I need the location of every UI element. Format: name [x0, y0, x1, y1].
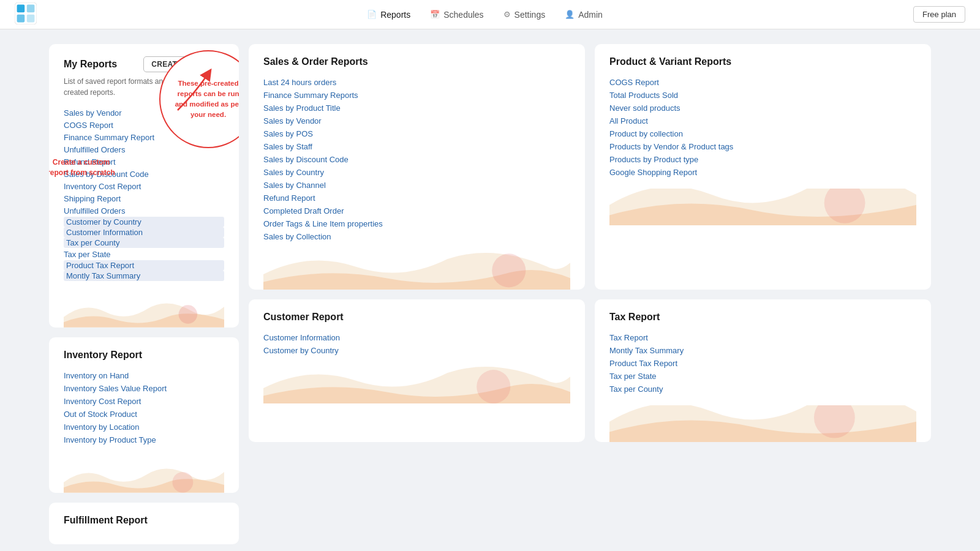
svg-point-6	[172, 472, 193, 493]
navbar: 📄 Reports 📅 Schedules ⚙ Settings 👤 Admin…	[0, 0, 980, 29]
sales-order-item[interactable]: Last 24 hours orders	[263, 76, 570, 89]
sales-order-item[interactable]: Sales by Collection	[263, 230, 570, 243]
sales-order-item[interactable]: Sales by Product Title	[263, 102, 570, 114]
arrow-annotation	[172, 67, 214, 118]
tax-links: Tax ReportMontly Tax SummaryProduct Tax …	[609, 331, 916, 395]
tax-report-title: Tax Report	[609, 312, 916, 323]
product-variant-item[interactable]: Total Products Sold	[609, 89, 916, 102]
svg-rect-2	[27, 5, 35, 13]
my-report-item[interactable]: Inventory Cost Report	[64, 180, 224, 192]
inventory-report-card: Inventory Report Inventory on HandInvent…	[49, 337, 239, 493]
sales-order-item[interactable]: Sales by Channel	[263, 179, 570, 192]
product-variant-item[interactable]: All Product	[609, 114, 916, 127]
my-report-item[interactable]: Unfulfilled Orders	[64, 204, 224, 217]
inventory-report-item[interactable]: Inventory Cost Report	[64, 395, 224, 408]
tax-report-card: Tax Report Tax ReportMontly Tax SummaryP…	[595, 299, 931, 442]
free-plan-button[interactable]: Free plan	[913, 6, 965, 23]
tax-report-item[interactable]: Tax per State	[609, 370, 916, 383]
product-variant-title: Product & Variant Reports	[609, 56, 916, 67]
bottom-right-row: Customer Report Customer InformationCust…	[249, 299, 931, 442]
inventory-links: Inventory on HandInventory Sales Value R…	[64, 369, 224, 446]
product-variant-links: COGS ReportTotal Products SoldNever sold…	[609, 76, 916, 179]
product-variant-item[interactable]: COGS Report	[609, 76, 916, 89]
sales-order-title: Sales & Order Reports	[263, 56, 570, 67]
tax-report-item[interactable]: Tax Report	[609, 331, 916, 344]
inventory-report-item[interactable]: Inventory on Hand	[64, 369, 224, 382]
my-report-item[interactable]: Customer Information	[64, 227, 224, 238]
my-report-item[interactable]: Customer by Country	[64, 217, 224, 227]
main-content: My Reports CREATE REPORT List of saved r…	[0, 29, 980, 551]
settings-icon: ⚙	[503, 10, 511, 19]
inventory-report-item[interactable]: Out of Stock Product	[64, 408, 224, 421]
nav-reports[interactable]: 📄 Reports	[367, 10, 410, 20]
sales-order-item[interactable]: Sales by Discount Code	[263, 153, 570, 166]
customer-report-card: Customer Report Customer InformationCust…	[249, 299, 585, 442]
tax-report-item[interactable]: Montly Tax Summary	[609, 344, 916, 357]
sales-order-item[interactable]: Refund Report	[263, 192, 570, 204]
sales-order-item[interactable]: Sales by POS	[263, 127, 570, 140]
sales-order-item[interactable]: Completed Draft Order	[263, 204, 570, 217]
tax-wave	[609, 405, 916, 442]
sales-order-wave	[263, 253, 570, 290]
sales-order-reports-card: Sales & Order Reports Last 24 hours orde…	[249, 44, 585, 290]
product-variant-item[interactable]: Products by Product type	[609, 153, 916, 166]
fulfillment-report-card: Fulfillment Report	[49, 503, 239, 544]
nav-settings[interactable]: ⚙ Settings	[503, 10, 546, 20]
my-reports-wave	[64, 291, 224, 328]
sales-order-item[interactable]: Finance Summary Reports	[263, 89, 570, 102]
inventory-report-title: Inventory Report	[64, 350, 224, 361]
customer-report-title: Customer Report	[263, 312, 570, 323]
my-report-item[interactable]: Product Tax Report	[64, 260, 224, 271]
svg-rect-3	[17, 15, 25, 23]
logo	[15, 2, 56, 26]
product-variant-wave	[609, 189, 916, 225]
sales-order-item[interactable]: Order Tags & Line Item properties	[263, 217, 570, 230]
inventory-report-item[interactable]: Inventory Sales Value Report	[64, 382, 224, 395]
customer-links: Customer InformationCustomer by Country	[263, 331, 570, 357]
nav-admin[interactable]: 👤 Admin	[565, 10, 603, 20]
svg-point-5	[179, 305, 197, 324]
customer-report-item[interactable]: Customer Information	[263, 331, 570, 344]
inventory-wave	[64, 456, 224, 493]
tax-report-item[interactable]: Tax per County	[609, 383, 916, 395]
product-variant-item[interactable]: Products by Vendor & Product tags	[609, 140, 916, 153]
inventory-report-item[interactable]: Inventory by Location	[64, 421, 224, 433]
my-report-item[interactable]: Tax per County	[64, 238, 224, 248]
reports-icon: 📄	[367, 10, 377, 19]
my-report-item[interactable]: Shipping Report	[64, 192, 224, 204]
sales-order-links: Last 24 hours ordersFinance Summary Repo…	[263, 76, 570, 243]
my-reports-title: My Reports	[64, 59, 117, 70]
right-column: Sales & Order Reports Last 24 hours orde…	[249, 44, 931, 544]
my-reports-card: My Reports CREATE REPORT List of saved r…	[49, 44, 239, 328]
nav-links: 📄 Reports 📅 Schedules ⚙ Settings 👤 Admin	[56, 10, 913, 20]
admin-icon: 👤	[565, 10, 575, 19]
product-variant-item[interactable]: Never sold products	[609, 102, 916, 114]
sales-order-item[interactable]: Sales by Vendor	[263, 114, 570, 127]
svg-point-7	[492, 253, 526, 287]
left-column: My Reports CREATE REPORT List of saved r…	[49, 44, 239, 544]
sales-order-item[interactable]: Sales by Country	[263, 166, 570, 179]
schedules-icon: 📅	[430, 10, 440, 19]
create-custom-label: Create a custom report from scratch	[49, 157, 116, 178]
product-variant-reports-card: Product & Variant Reports COGS ReportTot…	[595, 44, 931, 290]
customer-wave	[263, 367, 570, 403]
svg-rect-1	[17, 5, 25, 13]
nav-schedules[interactable]: 📅 Schedules	[430, 10, 483, 20]
product-variant-item[interactable]: Product by collection	[609, 127, 916, 140]
svg-rect-4	[27, 15, 35, 23]
sales-order-item[interactable]: Sales by Staff	[263, 140, 570, 153]
customer-report-item[interactable]: Customer by Country	[263, 344, 570, 357]
svg-point-9	[477, 370, 510, 403]
product-variant-item[interactable]: Google Shopping Report	[609, 166, 916, 179]
inventory-report-item[interactable]: Inventory by Product Type	[64, 433, 224, 446]
my-report-item[interactable]: Montly Tax Summary	[64, 271, 224, 281]
top-right-row: Sales & Order Reports Last 24 hours orde…	[249, 44, 931, 290]
tax-report-item[interactable]: Product Tax Report	[609, 357, 916, 370]
fulfillment-report-title: Fulfillment Report	[64, 515, 224, 526]
my-report-item[interactable]: Tax per State	[64, 248, 224, 260]
